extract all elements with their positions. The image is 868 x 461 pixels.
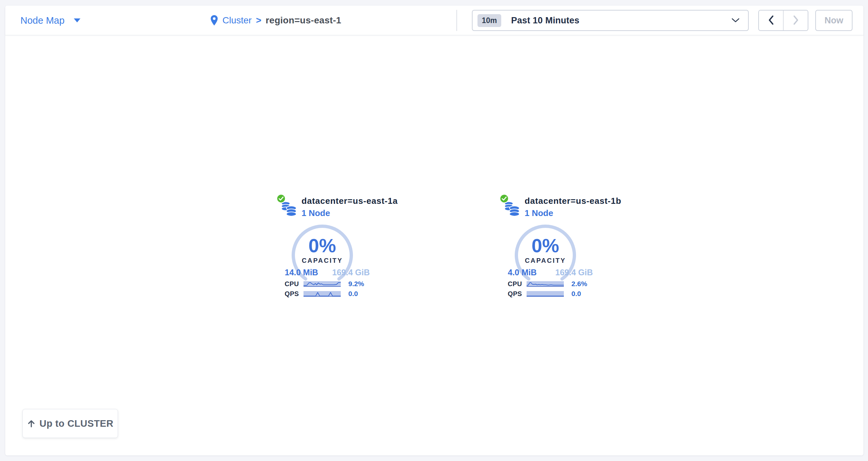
cpu-metric-row: CPU 2.6% bbox=[499, 280, 587, 288]
view-selector-label: Node Map bbox=[21, 15, 65, 26]
breadcrumb-separator: > bbox=[256, 15, 261, 26]
time-range-label: Past 10 Minutes bbox=[511, 15, 579, 26]
qps-value: 0.0 bbox=[571, 290, 581, 298]
capacity-percent: 0% bbox=[531, 235, 559, 256]
capacity-total: 169.4 GiB bbox=[332, 268, 370, 277]
capacity-total: 169.4 GiB bbox=[555, 268, 593, 277]
cpu-value: 2.6% bbox=[571, 280, 587, 288]
capacity-used: 14.0 MiB bbox=[285, 268, 318, 277]
top-bar: Node Map Cluster > region=us-east-1 10m … bbox=[5, 6, 863, 35]
now-button[interactable]: Now bbox=[815, 10, 852, 31]
breadcrumb-current: region=us-east-1 bbox=[266, 15, 341, 26]
chevron-left-icon bbox=[768, 15, 775, 26]
location-pin-icon bbox=[210, 15, 218, 26]
healthy-check-icon bbox=[499, 194, 509, 205]
cpu-metric-row: CPU 9.2% bbox=[276, 280, 364, 288]
qps-label: QPS bbox=[276, 290, 299, 298]
up-to-cluster-button[interactable]: Up to CLUSTER bbox=[23, 409, 118, 438]
qps-value: 0.0 bbox=[348, 290, 358, 298]
caret-down-icon bbox=[74, 19, 81, 22]
cpu-value: 9.2% bbox=[348, 280, 364, 288]
qps-sparkline bbox=[527, 291, 564, 297]
cpu-label: CPU bbox=[276, 280, 299, 288]
breadcrumb-cluster-link[interactable]: Cluster bbox=[222, 15, 252, 26]
locality-card-us-east-1a[interactable]: datacenter=us-east-1a 1 Node 0% CAPACITY… bbox=[276, 194, 375, 304]
capacity-percent: 0% bbox=[308, 235, 336, 256]
chevron-right-icon bbox=[792, 15, 800, 26]
locality-card-us-east-1b[interactable]: datacenter=us-east-1b 1 Node 0% CAPACITY… bbox=[499, 194, 598, 304]
capacity-values: 4.0 MiB 169.4 GiB bbox=[499, 268, 593, 277]
cpu-sparkline bbox=[304, 281, 341, 287]
time-step-group bbox=[758, 10, 808, 31]
qps-metric-row: QPS 0.0 bbox=[499, 290, 581, 298]
time-range-badge: 10m bbox=[477, 14, 501, 27]
time-step-back-button[interactable] bbox=[759, 10, 784, 30]
time-range-dropdown[interactable]: 10m Past 10 Minutes bbox=[472, 10, 749, 31]
node-map-panel: Node Map Cluster > region=us-east-1 10m … bbox=[5, 6, 863, 455]
locality-header: datacenter=us-east-1b 1 Node bbox=[525, 196, 621, 218]
breadcrumb: Cluster > region=us-east-1 bbox=[210, 6, 341, 35]
time-step-forward-button[interactable] bbox=[784, 10, 808, 30]
locality-node-count: 1 Node bbox=[302, 208, 398, 218]
capacity-values: 14.0 MiB 169.4 GiB bbox=[276, 268, 370, 277]
capacity-used: 4.0 MiB bbox=[508, 268, 537, 277]
view-selector-dropdown[interactable]: Node Map bbox=[21, 6, 81, 35]
capacity-caption: CAPACITY bbox=[302, 257, 343, 264]
qps-metric-row: QPS 0.0 bbox=[276, 290, 358, 298]
cpu-sparkline bbox=[527, 281, 564, 287]
arrow-up-icon bbox=[27, 419, 36, 428]
locality-title: datacenter=us-east-1a bbox=[302, 196, 398, 206]
qps-sparkline bbox=[304, 291, 341, 297]
cpu-label: CPU bbox=[499, 280, 522, 288]
locality-header: datacenter=us-east-1a 1 Node bbox=[302, 196, 398, 218]
topbar-divider bbox=[457, 10, 457, 31]
chevron-down-icon bbox=[732, 18, 740, 23]
up-to-cluster-label: Up to CLUSTER bbox=[39, 418, 113, 429]
qps-label: QPS bbox=[499, 290, 522, 298]
healthy-check-icon bbox=[276, 194, 286, 205]
locality-title: datacenter=us-east-1b bbox=[525, 196, 621, 206]
capacity-caption: CAPACITY bbox=[525, 257, 566, 264]
locality-node-count: 1 Node bbox=[525, 208, 621, 218]
